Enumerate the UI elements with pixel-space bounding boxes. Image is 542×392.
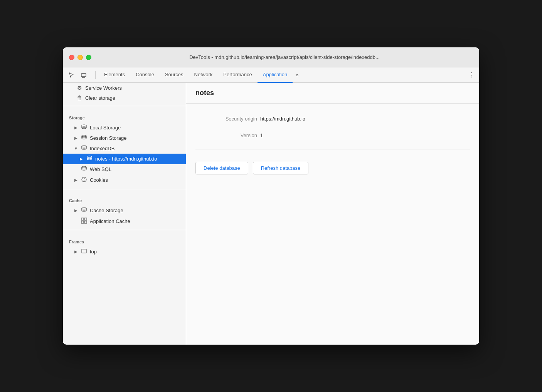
- arrow-indexed-db: ▼: [74, 146, 78, 151]
- sidebar-item-indexed-db[interactable]: ▼ IndexedDB: [63, 143, 186, 154]
- top-frame-label: top: [90, 249, 97, 255]
- sidebar-item-app-cache[interactable]: Application Cache: [63, 216, 186, 227]
- device-icon[interactable]: [78, 70, 89, 80]
- detail-body: Security origin https://mdn.github.io Ve…: [186, 104, 479, 196]
- app-cache-label: Application Cache: [90, 218, 130, 224]
- detail-header: notes: [186, 83, 479, 104]
- svg-point-12: [84, 180, 84, 181]
- traffic-lights: [69, 55, 91, 60]
- session-storage-icon: [81, 135, 88, 141]
- tabs: Elements Console Sources Network Perform…: [99, 67, 465, 83]
- svg-point-11: [84, 178, 85, 179]
- web-sql-label: Web SQL: [90, 166, 111, 172]
- notes-db-label: notes - https://mdn.github.io: [95, 156, 157, 162]
- cache-storage-icon: [81, 207, 88, 214]
- tab-application[interactable]: Application: [258, 67, 293, 83]
- refresh-database-button[interactable]: Refresh database: [253, 162, 309, 174]
- svg-rect-18: [82, 249, 86, 253]
- session-storage-label: Session Storage: [90, 135, 126, 141]
- sidebar-item-service-workers[interactable]: ⚙ Service Workers: [63, 83, 186, 93]
- security-origin-row: Security origin https://mdn.github.io: [195, 116, 470, 122]
- inspect-icon[interactable]: [66, 70, 77, 80]
- cookies-icon: [81, 176, 88, 184]
- service-workers-label: Service Workers: [85, 85, 122, 91]
- svg-point-9: [82, 177, 86, 182]
- local-storage-icon: [81, 124, 88, 131]
- detail-title: notes: [195, 89, 214, 97]
- svg-point-6: [82, 146, 86, 147]
- svg-rect-14: [81, 218, 84, 220]
- svg-rect-17: [84, 221, 87, 223]
- sidebar-item-clear-storage[interactable]: 🗑 Clear storage: [63, 93, 186, 103]
- cookies-label: Cookies: [90, 177, 108, 183]
- clear-storage-icon: 🗑: [76, 95, 83, 101]
- local-storage-label: Local Storage: [90, 125, 121, 131]
- sidebar-item-session-storage[interactable]: ▶ Session Storage: [63, 133, 186, 143]
- detail-divider: [195, 149, 470, 149]
- sidebar-item-top-frame[interactable]: ▶ top: [63, 246, 186, 256]
- tab-network[interactable]: Network: [189, 67, 218, 83]
- svg-point-13: [82, 208, 86, 209]
- frames-section-label: Frames: [63, 233, 186, 246]
- toolbar-divider: [95, 71, 96, 79]
- main-content: ⚙ Service Workers 🗑 Clear storage Storag…: [63, 83, 479, 345]
- svg-point-8: [82, 166, 86, 168]
- maximize-button[interactable]: [86, 55, 91, 60]
- cache-storage-label: Cache Storage: [90, 208, 123, 213]
- arrow-top-frame: ▶: [74, 250, 78, 254]
- minimize-button[interactable]: [77, 55, 83, 60]
- tab-sources[interactable]: Sources: [160, 67, 189, 83]
- toolbar: Elements Console Sources Network Perform…: [63, 67, 479, 83]
- clear-storage-label: Clear storage: [85, 95, 115, 101]
- arrow-cache-storage: ▶: [74, 208, 78, 213]
- indexed-db-icon: [81, 145, 88, 152]
- tab-console[interactable]: Console: [130, 67, 160, 83]
- notes-db-icon: [86, 156, 93, 162]
- sidebar: ⚙ Service Workers 🗑 Clear storage Storag…: [63, 83, 186, 345]
- svg-point-10: [82, 178, 83, 179]
- tab-performance[interactable]: Performance: [218, 67, 257, 83]
- close-button[interactable]: [69, 55, 74, 60]
- sidebar-item-notes-db[interactable]: ▶ notes - https://mdn.github.io: [63, 154, 186, 164]
- action-buttons: Delete database Refresh database: [195, 162, 470, 184]
- sidebar-divider-3: [63, 230, 186, 230]
- indexed-db-label: IndexedDB: [90, 146, 114, 151]
- titlebar: DevTools - mdn.github.io/learning-area/j…: [63, 47, 479, 67]
- svg-point-7: [87, 156, 92, 157]
- sidebar-item-local-storage[interactable]: ▶ Local Storage: [63, 122, 186, 133]
- security-origin-value: https://mdn.github.io: [260, 116, 305, 122]
- app-cache-icon: [81, 218, 88, 225]
- storage-section-label: Storage: [63, 109, 186, 122]
- sidebar-item-cache-storage[interactable]: ▶ Cache Storage: [63, 205, 186, 216]
- sidebar-divider-1: [63, 106, 186, 106]
- security-origin-label: Security origin: [195, 116, 257, 122]
- service-workers-icon: ⚙: [76, 85, 83, 91]
- devtools-window: DevTools - mdn.github.io/learning-area/j…: [63, 47, 479, 345]
- arrow-session-storage: ▶: [74, 136, 78, 140]
- top-frame-icon: [81, 248, 88, 255]
- svg-rect-0: [81, 74, 86, 77]
- version-value: 1: [260, 132, 263, 138]
- svg-point-5: [82, 135, 86, 137]
- window-title: DevTools - mdn.github.io/learning-area/j…: [96, 54, 473, 60]
- arrow-local-storage: ▶: [74, 126, 78, 130]
- detail-panel: notes Security origin https://mdn.github…: [186, 83, 479, 345]
- web-sql-icon: [81, 166, 88, 173]
- tab-elements[interactable]: Elements: [99, 67, 130, 83]
- version-row: Version 1: [195, 132, 470, 138]
- sidebar-item-cookies[interactable]: ▶ Cookies: [63, 174, 186, 186]
- sidebar-item-web-sql[interactable]: Web SQL: [63, 164, 186, 174]
- arrow-notes-db: ▶: [79, 157, 84, 161]
- svg-rect-15: [84, 218, 87, 220]
- cache-section-label: Cache: [63, 192, 186, 205]
- sidebar-divider-2: [63, 189, 186, 189]
- svg-rect-16: [81, 221, 84, 223]
- tab-more-button[interactable]: »: [293, 70, 301, 80]
- toolbar-icons: [66, 70, 89, 80]
- arrow-cookies: ▶: [74, 178, 78, 182]
- version-label: Version: [195, 132, 257, 138]
- tab-menu-icon[interactable]: ⋮: [467, 70, 476, 80]
- svg-point-4: [82, 125, 86, 126]
- delete-database-button[interactable]: Delete database: [195, 162, 248, 174]
